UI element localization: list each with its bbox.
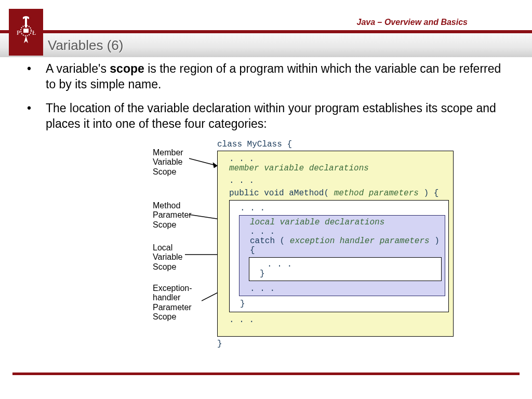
svg-line-5: [189, 158, 217, 166]
code-class-close: }: [217, 339, 222, 349]
code-dots-4: . . .: [240, 227, 445, 236]
code-method-b: method parameters: [334, 189, 419, 198]
slide-title: Variables (6): [48, 37, 123, 54]
bullet-list: A variable's scope is the region of a pr…: [20, 61, 512, 132]
scope-box-class: . . . member variable declarations . . .…: [217, 151, 454, 337]
scope-diagram: MemberVariableScope MethodParameterScope…: [153, 140, 456, 349]
code-dots-2: . . .: [218, 173, 453, 185]
footer-rule: [12, 373, 520, 375]
code-method-sig: public void aMethod( method parameters )…: [218, 185, 453, 198]
scope-box-method: . . . local variable declarations . . . …: [229, 200, 449, 312]
svg-rect-0: [25, 18, 27, 28]
bullet-1: A variable's scope is the region of a pr…: [20, 61, 512, 92]
slide-content: A variable's scope is the region of a pr…: [20, 61, 512, 140]
bullet-1-text-a: A variable's: [46, 62, 110, 75]
code-brace-method: }: [230, 299, 448, 312]
svg-marker-6: [213, 163, 217, 168]
code-catch-a: catch (: [250, 236, 290, 246]
code-method-c: ) {: [419, 189, 438, 198]
slide-header: Java – Overview and Basics P Ł Variables…: [0, 0, 532, 57]
code-dots-5: . . .: [249, 260, 441, 269]
scope-box-exception: . . . }: [249, 257, 442, 281]
svg-text:P: P: [17, 29, 20, 36]
code-catch-b: exception handler parameters: [290, 236, 430, 246]
scope-box-local: local variable declarations . . . catch …: [239, 215, 445, 296]
institution-logo: P Ł: [9, 9, 43, 56]
bullet-2: The location of the variable declaration…: [20, 101, 512, 132]
code-class-open: class MyClass {: [217, 140, 292, 149]
bullet-1-bold: scope: [110, 62, 144, 75]
svg-rect-2: [23, 29, 29, 33]
code-method-a: public void aMethod(: [229, 189, 334, 198]
code-dots-3: . . .: [230, 201, 448, 213]
code-member-decl: member variable declarations: [218, 164, 453, 173]
code-catch: catch ( exception handler parameters ) {: [240, 236, 445, 255]
bullet-2-text: The location of the variable declaration…: [46, 101, 496, 130]
code-brace-catch: }: [249, 269, 441, 278]
code-local-decl: local variable declarations: [240, 216, 445, 227]
svg-text:Ł: Ł: [32, 29, 36, 36]
code-dots-7: . . .: [218, 312, 453, 325]
code-dots-1: . . .: [218, 151, 453, 164]
code-dots-6: . . .: [240, 284, 445, 294]
course-title: Java – Overview and Basics: [357, 18, 468, 27]
